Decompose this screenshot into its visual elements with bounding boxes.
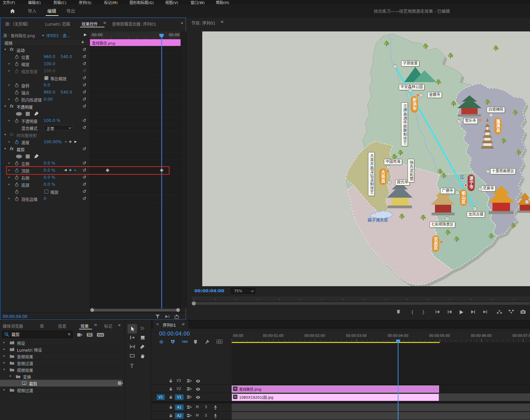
filter-icon[interactable] [155, 314, 160, 319]
eye-icon[interactable] [195, 379, 201, 383]
panel-tab-标记[interactable]: 标记 [104, 323, 112, 329]
twirl-icon[interactable]: ▾ [9, 374, 11, 378]
reset-param-icon[interactable]: ↺ [83, 160, 86, 166]
tree-item-label[interactable]: 预设 [17, 340, 25, 346]
panel-tab-信息[interactable]: 信息 [58, 323, 66, 329]
blend-mode-select[interactable]: 正常 [44, 125, 73, 130]
mute-button[interactable]: M [196, 405, 199, 409]
twirl-icon[interactable]: ▾ [4, 48, 6, 51]
stopwatch-icon[interactable] [15, 83, 19, 88]
twirl-icon[interactable]: ▸ [3, 388, 5, 391]
twirl-icon[interactable]: ▸ [8, 197, 10, 200]
param-value[interactable]: 0.0 % [44, 161, 55, 166]
panel-menu-icon[interactable]: ≡ [182, 322, 185, 326]
step-back-button[interactable] [447, 310, 452, 314]
stopwatch-icon[interactable] [15, 119, 19, 123]
panel-tab-库[interactable]: 库 [40, 323, 44, 329]
collapse-up-icon[interactable]: ▲ [82, 40, 84, 43]
track-target-V1[interactable]: V1 [175, 394, 184, 400]
twirl-icon[interactable]: ▸ [8, 140, 10, 143]
step-forward-button[interactable] [470, 310, 476, 314]
tree-item-label[interactable]: 视频效果 [17, 367, 33, 373]
lock-icon[interactable] [169, 387, 173, 391]
param-value[interactable]: 0.0 % [44, 182, 55, 187]
ecp-timecode[interactable]: 00:00:04:00 [3, 314, 27, 319]
panel-menu-icon[interactable]: ≡ [94, 323, 97, 327]
fx-icon[interactable]: fx [9, 47, 13, 52]
go-to-out-button[interactable] [482, 310, 488, 314]
reset-param-icon[interactable]: ↺ [83, 175, 86, 180]
app-tab-编辑[interactable]: 编辑 [47, 7, 56, 14]
twirl-icon[interactable]: ▸ [3, 361, 5, 364]
rect-mask-icon[interactable] [25, 154, 30, 159]
marker-icon[interactable] [193, 340, 198, 344]
reset-param-icon[interactable]: ↺ [83, 82, 86, 88]
type-tool[interactable]: T [130, 363, 134, 368]
ripple-edit-tool[interactable] [130, 335, 135, 340]
param-value[interactable]: 960.0 [44, 90, 55, 95]
timeline-timecode[interactable]: 00:00:04:00 [159, 331, 190, 337]
reset-param-icon[interactable]: ↺ [83, 125, 86, 130]
track-patch-icon[interactable] [187, 414, 192, 418]
reset-param-icon[interactable]: ↺ [83, 54, 86, 59]
yuv-icon[interactable]: YUV [97, 333, 104, 337]
next-keyframe-icon[interactable]: ▶ [74, 140, 77, 143]
home-icon[interactable] [9, 8, 16, 14]
lock-icon[interactable] [169, 405, 173, 409]
search-input[interactable] [11, 331, 62, 337]
pen-mask-icon[interactable] [34, 111, 39, 116]
rectangle-tool[interactable] [130, 353, 135, 358]
twirl-icon[interactable]: ▸ [3, 347, 5, 351]
param-value[interactable]: 0.00 [44, 97, 53, 102]
fx-icon[interactable]: fx [9, 132, 13, 137]
fx-icon[interactable]: fx [9, 146, 13, 151]
clip-V1[interactable]: fx1080X1920公园.jpg [232, 394, 439, 401]
track-patch-icon[interactable] [187, 379, 192, 383]
track-patch-icon[interactable] [187, 395, 192, 399]
razor-tool[interactable] [140, 335, 145, 340]
reset-param-icon[interactable]: ↺ [83, 68, 86, 73]
slip-tool[interactable] [130, 344, 135, 349]
reset-param-icon[interactable]: ↺ [83, 90, 86, 95]
stopwatch-icon[interactable] [15, 69, 19, 73]
mic-icon[interactable] [214, 405, 217, 410]
export-frame-icon[interactable] [174, 314, 179, 319]
twirl-icon[interactable]: ▸ [8, 175, 10, 179]
reset-param-icon[interactable]: ↺ [83, 75, 86, 80]
param-value[interactable]: 100.0 [44, 69, 55, 73]
menu-item-5[interactable]: 图形和标题(G) [130, 0, 154, 4]
nest-icon[interactable] [159, 340, 164, 344]
accelerated-effects-icon[interactable] [77, 333, 83, 337]
lock-icon[interactable] [169, 414, 173, 418]
timeline-tab[interactable]: ×序列01≡ [153, 321, 188, 329]
pen-tool[interactable] [140, 344, 145, 349]
lock-icon[interactable] [169, 395, 173, 399]
param-value[interactable]: 0.0 [44, 83, 50, 88]
stopwatch-icon[interactable] [15, 197, 19, 201]
stopwatch-icon[interactable] [15, 182, 19, 187]
program-tab[interactable]: 节目: 序列01 [191, 20, 215, 26]
tree-item-label[interactable]: 裁剪 [29, 381, 37, 387]
ecp-tab-2[interactable]: 效果控件 [82, 21, 98, 27]
param-value[interactable]: 100.0 [44, 61, 55, 66]
app-tab-导出[interactable]: 导出 [66, 7, 75, 14]
panel-menu-icon[interactable]: ≡ [103, 21, 106, 25]
track-select-forward-tool[interactable] [140, 326, 146, 330]
twirl-icon[interactable]: ▾ [4, 104, 6, 108]
tree-item-label[interactable]: 变换 [23, 374, 31, 380]
ecp-clip-bar[interactable]: 直线路径.png [90, 39, 181, 46]
mic-icon[interactable] [214, 414, 217, 418]
solo-button[interactable]: S [205, 414, 207, 417]
settings-wrench-icon[interactable] [205, 340, 210, 344]
twirl-icon[interactable]: ▾ [4, 133, 6, 136]
twirl-icon[interactable]: ▾ [3, 368, 5, 371]
menu-item-8[interactable]: 帮助(H) [216, 0, 229, 4]
tree-item-label[interactable]: 音频过渡 [17, 361, 33, 366]
tree-item-label[interactable]: Lumetri 预设 [17, 347, 42, 353]
stopwatch-icon[interactable] [15, 175, 19, 180]
export-frame-button[interactable] [520, 310, 526, 314]
rect-mask-icon[interactable] [25, 112, 30, 116]
stopwatch-icon[interactable] [15, 62, 19, 66]
prev-keyframe-icon[interactable]: ◀ [64, 140, 67, 143]
stopwatch-icon[interactable] [15, 55, 19, 59]
